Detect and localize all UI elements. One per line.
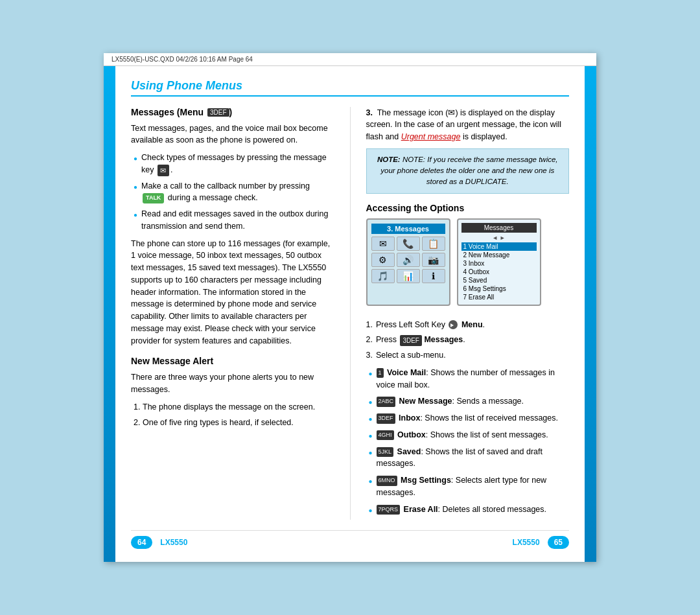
menu-label: Menu [461,320,483,329]
column-divider [350,107,351,520]
footer-brand-left: LX5550 [160,538,187,547]
erase-key: 7PQRS [377,505,401,515]
menu-item-inbox: 3 Inbox [461,259,537,268]
section1-body: The phone can store up to 116 messages (… [131,238,334,347]
page-title: Using Phone Menus [131,79,569,97]
two-column-layout: Messages (Menu 3DEF) Text messages, page… [131,107,569,520]
step-1-num: 1. [366,319,373,331]
option-saved-text: 5JKL Saved: Shows the list of saved and … [377,446,569,470]
phone-screen-2: Messages ◄ ► 1 Voice Mail 2 New Message … [457,218,541,306]
option-saved: 5JKL Saved: Shows the list of saved and … [369,446,570,470]
phone-screen-icons-grid: ✉ 📞 📋 ⚙ 🔊 📷 🎵 📊 ℹ [371,237,445,283]
newmsg-name: New Message [399,397,452,406]
heading-paren: ) [229,107,233,117]
phone-screen-2-nav: ◄ ► [461,235,537,241]
accessing-step-2: 2. Press 3DEF Messages. [366,334,570,346]
step-3-text: Select a sub-menu. [376,349,446,362]
urgent-message-link: Urgent message [401,132,461,141]
options-sub-bullet-list: 1 Voice Mail: Shows the number of messag… [366,367,570,516]
bullet-item-3: Read and edit messages saved in the outb… [134,208,334,233]
note-content: NOTE: If you receive the same message tw… [380,156,557,186]
outbox-key: 4GHI [377,430,394,441]
left-column: Messages (Menu 3DEF) Text messages, page… [131,107,334,520]
newmsg-key: 2ABC [377,397,396,407]
feature-bullet-list: Check types of messages by pressing the … [131,152,334,233]
phone-screen-2-title: Messages [461,223,537,233]
option-voicemail: 1 Voice Mail: Shows the number of messag… [369,367,570,391]
accessing-step-3: 3. Select a sub-menu. [366,349,570,362]
alert-step-1: The phone displays the message on the sc… [143,401,334,413]
option-inbox: 3DEF Inbox: Shows the list of received m… [369,412,570,424]
icon-cell-5: 🔊 [397,253,420,267]
icon-cell-8: 📊 [397,269,420,283]
step-2-key: 3DEF [400,335,422,346]
option-erase-all: 7PQRS Erase All: Deletes all stored mess… [369,504,570,516]
step-3-num: 3. [366,349,373,362]
page-container: LX5550(E)-USC.QXD 04/2/26 10:16 AM Page … [104,53,596,563]
settings-name: Msg Settings [401,476,451,485]
menu-item-newmsg: 2 New Message [461,251,537,259]
file-info: LX5550(E)-USC.QXD 04/2/26 10:16 AM Page … [111,56,253,63]
option-outbox: 4GHI Outbox: Shows the list of sent mess… [369,429,570,441]
bullet-item-2: Make a call to the callback number by pr… [134,180,334,205]
step-2-text: Press 3DEF Messages. [376,334,465,346]
menu-item-outbox: 4 Outbox [461,268,537,276]
option-newmsg-text: 2ABC New Message: Sends a message. [377,395,524,408]
icon-cell-1: ✉ [371,237,395,251]
settings-key: 6MNO [377,476,397,486]
outbox-name: Outbox [397,430,426,439]
step-number-3: 3. [366,108,373,117]
option-settings-text: 6MNO Msg Settings: Selects alert type fo… [377,474,569,499]
icon-cell-9: ℹ [422,269,445,283]
new-message-alert-heading: New Message Alert [131,356,334,366]
saved-name: Saved [397,447,421,456]
page-number-right: 65 [548,536,569,549]
right-accent-bar [585,66,596,563]
message-icon-description: 3. The message icon (✉) is displayed on … [366,107,570,143]
option-outbox-text: 4GHI Outbox: Shows the list of sent mess… [377,429,548,441]
alert-numbered-list: The phone displays the message on the sc… [131,401,334,429]
note-box: NOTE: NOTE: If you receive the same mess… [366,148,570,194]
saved-key: 5JKL [377,447,394,458]
accessing-options-heading: Accessing the Options [366,203,570,213]
right-column: 3. The message icon (✉) is displayed on … [366,107,570,520]
menu-item-settings: 6 Msg Settings [461,284,537,293]
bullet-1-text: Check types of messages by pressing the … [141,152,334,176]
phone-screen-1: 3. Messages ✉ 📞 📋 ⚙ 🔊 📷 🎵 📊 ℹ [366,218,450,306]
alert-step-2: One of five ring types is heard, if sele… [143,417,334,429]
new-message-alert-intro: There are three ways your phone alerts y… [131,371,334,396]
voicemail-name: Voice Mail [387,368,426,377]
icon-cell-4: ⚙ [371,253,395,267]
bullet-3-text: Read and edit messages saved in the outb… [141,208,334,233]
phone-screens-container: 3. Messages ✉ 📞 📋 ⚙ 🔊 📷 🎵 📊 ℹ [366,218,570,312]
icon-cell-3: 📋 [422,237,445,251]
bullet-item-1: Check types of messages by pressing the … [134,152,334,176]
step-1-text: Press Left Soft Key Menu. [376,319,485,331]
menu-item-erase: 7 Erase All [461,293,537,301]
option-msg-settings: 6MNO Msg Settings: Selects alert type fo… [369,474,570,499]
left-accent-bar [104,66,115,563]
inbox-name: Inbox [399,413,420,423]
option-voicemail-text: 1 Voice Mail: Shows the number of messag… [377,367,569,391]
option-inbox-text: 3DEF Inbox: Shows the list of received m… [377,412,558,424]
menu-item-saved: 5 Saved [461,276,537,284]
phone-screen-1-title: 3. Messages [371,224,445,234]
note-text: NOTE: NOTE: If you receive the same mess… [377,156,558,186]
menu-key-icon: 3DEF [207,108,229,117]
talk-key-icon: TALK [143,193,164,203]
message-icon-post: is displayed. [463,132,508,141]
inbox-key: 3DEF [377,413,395,424]
left-soft-key-icon [449,320,458,329]
page-number-left: 64 [131,536,152,549]
section1-intro: Text messages, pages, and the voice mail… [131,122,334,147]
bullet-2-text: Make a call to the callback number by pr… [141,180,334,205]
messages-heading-text: Messages (Menu [131,107,206,117]
press-label-2: Press [376,335,397,344]
accessing-step-1: 1. Press Left Soft Key Menu. [366,319,570,331]
option-new-message: 2ABC New Message: Sends a message. [369,395,570,408]
messages-label: Messages [424,335,463,344]
content-area: Using Phone Menus Messages (Menu 3DEF) T… [115,66,585,563]
file-header: LX5550(E)-USC.QXD 04/2/26 10:16 AM Page … [104,53,596,66]
note-label: NOTE: [377,156,401,163]
step-2-num: 2. [366,334,373,346]
